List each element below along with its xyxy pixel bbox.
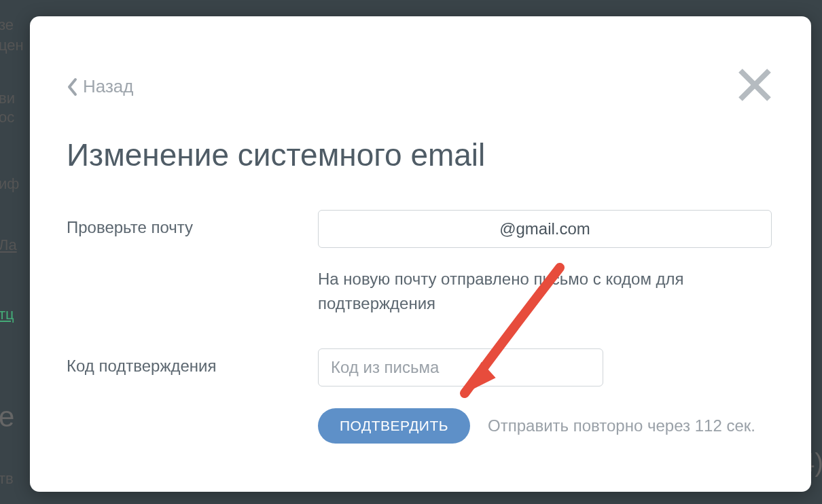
bg-fragment: ос (0, 109, 14, 126)
email-label: Проверьте почту (67, 210, 304, 237)
close-button[interactable] (736, 67, 773, 103)
confirm-button[interactable]: ПОДТВЕРДИТЬ (318, 408, 470, 444)
email-input[interactable] (318, 210, 772, 248)
bg-fragment: ви (0, 90, 15, 107)
bg-fragment: тц (0, 306, 14, 323)
close-icon (736, 67, 773, 103)
back-button[interactable]: Назад (67, 76, 134, 97)
bg-fragment: е (0, 401, 14, 433)
dialog-title: Изменение системного email (67, 137, 774, 173)
code-input[interactable] (318, 348, 603, 386)
code-row: Код подтверждения ПОДТВЕРДИТЬ Отправить … (67, 348, 774, 444)
back-label: Назад (83, 76, 134, 97)
chevron-left-icon (67, 77, 79, 96)
bg-fragment: цен (0, 37, 24, 54)
bg-fragment: зе (0, 16, 14, 34)
bg-fragment: иф (0, 175, 19, 193)
code-label: Код подтверждения (67, 348, 304, 376)
email-row: Проверьте почту На новую почту отправлен… (67, 210, 774, 316)
bg-fragment: Ла (0, 236, 17, 254)
email-helper-text: На новую почту отправлено письмо с кодом… (318, 267, 739, 316)
change-email-dialog: Назад Изменение системного email Проверь… (30, 16, 811, 492)
resend-countdown: Отправить повторно через 112 сек. (488, 416, 755, 435)
bg-fragment: тв (0, 470, 14, 488)
